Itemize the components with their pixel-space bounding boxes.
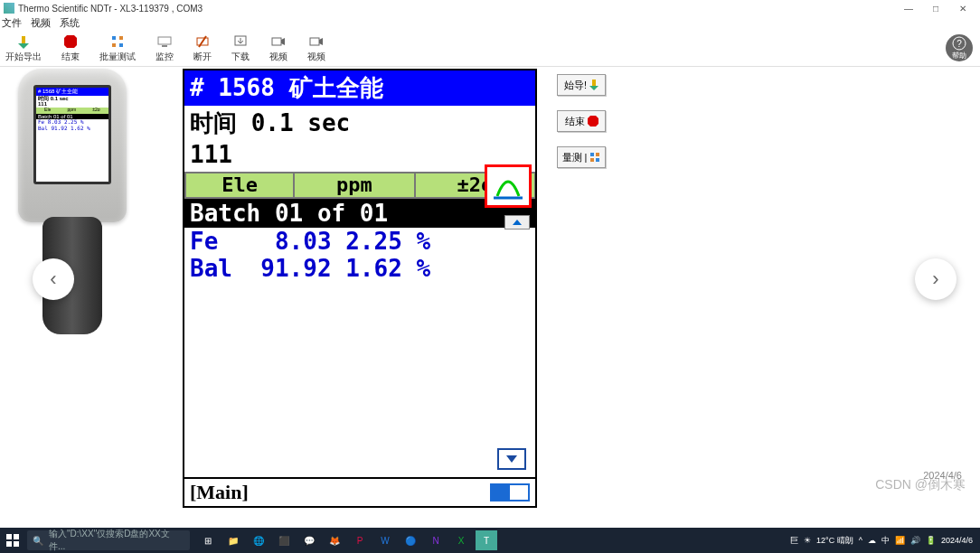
app-explorer-icon[interactable]: 📁 xyxy=(222,530,244,550)
side-measure-button[interactable]: 量测 | xyxy=(557,146,606,168)
mini-title: # 1568 矿土全能 xyxy=(36,88,108,96)
taskbar-apps: ⊞ 📁 🌐 ⬛ 💬 🦊 P W 🔵 N X T xyxy=(197,530,497,550)
view-toggle[interactable] xyxy=(490,483,530,501)
taskbar-clock[interactable]: 2024/4/6 xyxy=(941,536,973,545)
data-row-bal: Bal 91.92 1.62 % xyxy=(184,255,535,282)
toolbar-batch[interactable]: 批量测试 xyxy=(99,33,136,63)
minimize-button[interactable]: — xyxy=(895,1,922,15)
tray-battery-icon[interactable]: 🔋 xyxy=(926,536,936,545)
toolbar-video2[interactable]: 视频 xyxy=(307,33,325,63)
download-icon xyxy=(232,33,249,50)
toolbar-monitor[interactable]: 监控 xyxy=(155,33,174,63)
side-stop-button[interactable]: 结束 xyxy=(557,110,606,132)
menu-system[interactable]: 系统 xyxy=(60,16,80,31)
svg-rect-5 xyxy=(119,43,123,47)
tray-wifi-icon[interactable]: 📶 xyxy=(895,536,905,545)
task-view-icon[interactable]: ⊞ xyxy=(197,530,219,550)
mini-cols: Eleppm±2σ xyxy=(36,108,108,114)
mini-time: 时间 0.1 sec xyxy=(36,96,108,102)
toolbar-video1[interactable]: 视频 xyxy=(269,33,287,63)
stop-icon xyxy=(62,33,79,50)
app-vscode-icon[interactable]: ⬛ xyxy=(273,530,295,550)
search-placeholder: 输入"D:\XX"仅搜索D盘的XX文件... xyxy=(49,528,184,553)
close-button[interactable]: ✕ xyxy=(949,1,976,15)
app-chrome-icon[interactable]: 🔵 xyxy=(400,530,421,550)
batch-icon xyxy=(109,33,126,50)
app-word-icon[interactable]: W xyxy=(374,530,396,550)
screen-time: 时间 0.1 sec xyxy=(184,106,535,141)
window-title: Thermo Scientific NDTr - XL3-119379 , CO… xyxy=(18,4,203,14)
weather-text[interactable]: 12°C 晴朗 xyxy=(816,535,853,547)
video-icon xyxy=(270,33,287,50)
side-buttons: 始导! 结束 量测 | xyxy=(557,74,606,168)
toolbar-download-label: 下载 xyxy=(231,51,250,63)
svg-rect-16 xyxy=(592,80,596,86)
app-ppt-icon[interactable]: P xyxy=(349,530,371,550)
toolbar-stop[interactable]: 结束 xyxy=(61,33,80,63)
maximize-button[interactable]: □ xyxy=(922,1,949,15)
spin-up-icon[interactable] xyxy=(504,215,530,230)
toolbar-download[interactable]: 下载 xyxy=(231,33,250,63)
screen-footer: [Main] xyxy=(184,477,535,506)
peak-button-highlighted[interactable] xyxy=(485,164,532,208)
nav-next-button[interactable]: › xyxy=(915,258,956,300)
toolbar-video2-label: 视频 xyxy=(307,51,325,63)
side-start-button[interactable]: 始导! xyxy=(557,74,606,96)
toolbar-monitor-label: 监控 xyxy=(155,51,174,63)
svg-rect-0 xyxy=(22,36,25,43)
video2-icon xyxy=(308,33,325,50)
svg-rect-6 xyxy=(158,37,171,44)
help-button[interactable]: ? 帮助 xyxy=(946,34,973,61)
col-ppm[interactable]: ppm xyxy=(294,172,414,199)
nav-prev-button[interactable]: ‹ xyxy=(33,258,74,300)
menu-file[interactable]: 文件 xyxy=(2,16,22,31)
tray-chevron-icon[interactable]: ^ xyxy=(859,536,862,545)
app-wechat-icon[interactable]: 💬 xyxy=(298,530,320,550)
tray-lang-icon[interactable]: 巨 xyxy=(790,535,798,547)
svg-rect-22 xyxy=(6,534,12,539)
menubar: 文件 视频 系统 xyxy=(0,16,980,31)
svg-text:?: ? xyxy=(956,39,962,49)
tray-ime-icon[interactable]: 中 xyxy=(881,535,890,547)
app-excel-icon[interactable]: X xyxy=(450,530,472,550)
toolbar-export[interactable]: 开始导出 xyxy=(5,33,42,63)
monitor-icon xyxy=(156,33,173,50)
column-headers: Ele ppm ±2σ xyxy=(184,172,535,199)
toolbar: 开始导出 结束 批量测试 监控 断开 下载 视频 视频 ? 帮助 xyxy=(0,31,980,67)
footer-main[interactable]: [Main] xyxy=(190,481,249,504)
device-mockup: # 1568 矿土全能 时间 0.1 sec 111 Eleppm±2σ Bat… xyxy=(9,69,136,358)
toolbar-batch-label: 批量测试 xyxy=(99,51,136,63)
svg-rect-21 xyxy=(596,158,599,162)
scroll-spinner[interactable] xyxy=(504,215,530,230)
app-firefox-icon[interactable]: 🦊 xyxy=(324,530,345,550)
col-ele[interactable]: Ele xyxy=(184,172,294,199)
start-button[interactable] xyxy=(0,528,25,553)
weather-icon[interactable]: ☀ xyxy=(804,536,811,545)
app-icon xyxy=(4,3,14,14)
disconnect-icon xyxy=(194,33,211,50)
titlebar: Thermo Scientific NDTr - XL3-119379 , CO… xyxy=(0,0,980,16)
taskbar-search[interactable]: 🔍 输入"D:\XX"仅搜索D盘的XX文件... xyxy=(27,530,190,550)
app-onenote-icon[interactable]: N xyxy=(425,530,447,550)
help-label: 帮助 xyxy=(952,51,966,61)
tray-cloud-icon[interactable]: ☁ xyxy=(868,536,876,545)
svg-rect-11 xyxy=(272,38,281,45)
watermark: CSDN @倒木寒 xyxy=(875,477,966,493)
svg-rect-2 xyxy=(112,36,116,40)
toolbar-disconnect[interactable]: 断开 xyxy=(193,33,212,63)
app-edge-icon[interactable]: 🌐 xyxy=(248,530,269,550)
svg-rect-4 xyxy=(112,43,116,47)
tray-volume-icon[interactable]: 🔊 xyxy=(910,536,920,545)
menu-video[interactable]: 视频 xyxy=(31,16,51,31)
main-screen: # 1568 矿土全能 时间 0.1 sec 111 Ele ppm ±2σ B… xyxy=(183,69,537,508)
svg-marker-1 xyxy=(64,35,77,48)
toolbar-export-label: 开始导出 xyxy=(5,51,42,63)
svg-rect-19 xyxy=(596,153,599,156)
data-row-fe: Fe 8.03 2.25 % xyxy=(184,228,535,255)
svg-rect-20 xyxy=(590,158,594,162)
svg-marker-17 xyxy=(588,116,598,127)
dropdown-button[interactable] xyxy=(497,448,526,470)
app-thermo-icon[interactable]: T xyxy=(476,530,497,550)
export-icon xyxy=(15,33,32,50)
stage: # 1568 矿土全能 时间 0.1 sec 111 Eleppm±2σ Bat… xyxy=(0,69,980,526)
